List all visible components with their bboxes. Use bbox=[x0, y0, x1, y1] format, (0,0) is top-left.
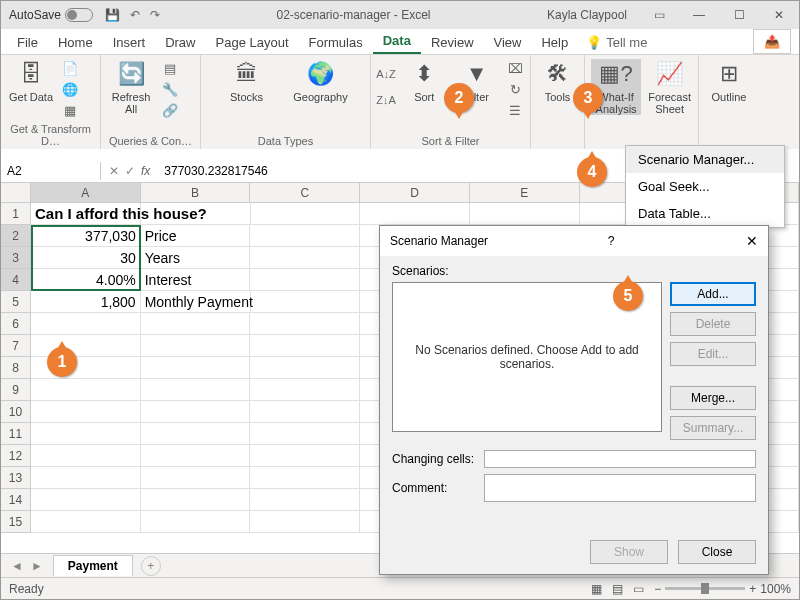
changing-cells-field bbox=[484, 450, 756, 468]
cell[interactable]: 377,030 bbox=[31, 225, 141, 247]
undo-icon[interactable]: ↶ bbox=[130, 8, 140, 22]
cell[interactable]: 4.00% bbox=[31, 269, 141, 291]
forecast-sheet-button[interactable]: 📈 Forecast Sheet bbox=[647, 59, 692, 115]
sort-button[interactable]: ⬍ Sort bbox=[401, 59, 448, 103]
zoom-out-icon[interactable]: − bbox=[654, 582, 661, 596]
cell[interactable]: Can I afford this house? bbox=[31, 203, 141, 225]
cell[interactable]: Price bbox=[141, 225, 251, 247]
edit-links-icon[interactable]: 🔗 bbox=[161, 101, 179, 119]
clear-filter-icon[interactable]: ⌧ bbox=[506, 59, 524, 77]
reapply-icon[interactable]: ↻ bbox=[506, 80, 524, 98]
col-header[interactable]: A bbox=[31, 183, 141, 202]
add-sheet-button[interactable]: + bbox=[141, 556, 161, 576]
zoom-in-icon[interactable]: + bbox=[749, 582, 756, 596]
tab-file[interactable]: File bbox=[7, 31, 48, 54]
get-data-button[interactable]: 🗄 Get Data bbox=[7, 59, 55, 103]
edit-button: Edit... bbox=[670, 342, 756, 366]
help-icon[interactable]: ? bbox=[608, 234, 615, 248]
share-button[interactable]: 📤 bbox=[753, 29, 791, 54]
properties-icon[interactable]: 🔧 bbox=[161, 80, 179, 98]
geography-button[interactable]: 🌍 Geography bbox=[285, 59, 357, 103]
col-header[interactable]: C bbox=[250, 183, 360, 202]
queries-icon[interactable]: ▤ bbox=[161, 59, 179, 77]
tab-home[interactable]: Home bbox=[48, 31, 103, 54]
tab-data[interactable]: Data bbox=[373, 29, 421, 54]
menu-scenario-manager[interactable]: Scenario Manager... bbox=[626, 146, 784, 173]
whatif-dropdown: Scenario Manager... Goal Seek... Data Ta… bbox=[625, 145, 785, 228]
close-button[interactable]: Close bbox=[678, 540, 756, 564]
from-table-icon[interactable]: ▦ bbox=[61, 101, 79, 119]
tell-me[interactable]: 💡 Tell me bbox=[578, 31, 655, 54]
next-sheet-icon[interactable]: ► bbox=[31, 559, 43, 573]
group-label: Data Types bbox=[207, 133, 364, 147]
tab-insert[interactable]: Insert bbox=[103, 31, 156, 54]
tools-icon: 🛠 bbox=[547, 59, 569, 89]
zoom-level: 100% bbox=[760, 582, 791, 596]
zoom-slider[interactable] bbox=[665, 587, 745, 590]
data-tools-button[interactable]: 🛠 Tools bbox=[537, 59, 578, 103]
enter-icon[interactable]: ✓ bbox=[125, 164, 135, 178]
close-icon[interactable]: ✕ bbox=[759, 1, 799, 29]
stocks-button[interactable]: 🏛 Stocks bbox=[215, 59, 279, 103]
advanced-icon[interactable]: ☰ bbox=[506, 101, 524, 119]
changing-cells-label: Changing cells: bbox=[392, 452, 484, 466]
delete-button: Delete bbox=[670, 312, 756, 336]
name-box[interactable]: A2 bbox=[1, 162, 101, 180]
col-header[interactable]: B bbox=[141, 183, 251, 202]
tab-draw[interactable]: Draw bbox=[155, 31, 205, 54]
sort-za-icon[interactable]: Z↓A bbox=[377, 91, 395, 109]
view-pagelayout-icon[interactable]: ▤ bbox=[612, 582, 623, 596]
show-button: Show bbox=[590, 540, 668, 564]
scenarios-label: Scenarios: bbox=[392, 264, 756, 278]
ribbon-tabs: File Home Insert Draw Page Layout Formul… bbox=[1, 29, 799, 55]
user-name: Kayla Claypool bbox=[547, 8, 627, 22]
tab-formulas[interactable]: Formulas bbox=[299, 31, 373, 54]
fx-icon[interactable]: fx bbox=[141, 164, 150, 178]
sheet-tab[interactable]: Payment bbox=[53, 555, 133, 576]
ribbon-options-icon[interactable]: ▭ bbox=[639, 1, 679, 29]
lightbulb-icon: 💡 bbox=[586, 35, 602, 50]
view-pagebreak-icon[interactable]: ▭ bbox=[633, 582, 644, 596]
select-all-corner[interactable] bbox=[1, 183, 31, 202]
callout-2: 2 bbox=[444, 83, 474, 113]
cell[interactable]: 30 bbox=[31, 247, 141, 269]
from-text-icon[interactable]: 📄 bbox=[61, 59, 79, 77]
autosave-toggle[interactable] bbox=[65, 8, 93, 22]
col-header[interactable]: E bbox=[470, 183, 580, 202]
add-button[interactable]: Add... bbox=[670, 282, 756, 306]
prev-sheet-icon[interactable]: ◄ bbox=[11, 559, 23, 573]
scenario-manager-dialog: Scenario Manager ? ✕ Scenarios: No Scena… bbox=[379, 225, 769, 575]
outline-icon: ⊞ bbox=[720, 59, 738, 89]
cancel-icon[interactable]: ✕ bbox=[109, 164, 119, 178]
sort-az-icon[interactable]: A↓Z bbox=[377, 65, 395, 83]
col-header[interactable]: D bbox=[360, 183, 470, 202]
save-icon[interactable]: 💾 bbox=[105, 8, 120, 22]
refresh-icon: 🔄 bbox=[118, 59, 145, 89]
outline-button[interactable]: ⊞ Outline bbox=[705, 59, 753, 103]
maximize-icon[interactable]: ☐ bbox=[719, 1, 759, 29]
tab-help[interactable]: Help bbox=[531, 31, 578, 54]
dialog-title: Scenario Manager bbox=[390, 234, 488, 248]
menu-goal-seek[interactable]: Goal Seek... bbox=[626, 173, 784, 200]
titlebar: AutoSave 💾 ↶ ↷ 02-scenario-manager - Exc… bbox=[1, 1, 799, 29]
status-ready: Ready bbox=[9, 582, 44, 596]
ribbon: 🗄 Get Data 📄 🌐 ▦ Get & Transform D… 🔄 Re… bbox=[1, 55, 799, 149]
minimize-icon[interactable]: — bbox=[679, 1, 719, 29]
tab-pagelayout[interactable]: Page Layout bbox=[206, 31, 299, 54]
cell[interactable]: Interest bbox=[141, 269, 251, 291]
redo-icon[interactable]: ↷ bbox=[150, 8, 160, 22]
tab-view[interactable]: View bbox=[484, 31, 532, 54]
cell[interactable]: Monthly Payment bbox=[141, 291, 251, 313]
merge-button[interactable]: Merge... bbox=[670, 386, 756, 410]
dialog-close-icon[interactable]: ✕ bbox=[746, 233, 758, 249]
refresh-all-button[interactable]: 🔄 Refresh All bbox=[107, 59, 155, 115]
view-normal-icon[interactable]: ▦ bbox=[591, 582, 602, 596]
cell[interactable]: Years bbox=[141, 247, 251, 269]
tab-review[interactable]: Review bbox=[421, 31, 484, 54]
from-web-icon[interactable]: 🌐 bbox=[61, 80, 79, 98]
menu-data-table[interactable]: Data Table... bbox=[626, 200, 784, 227]
cell[interactable]: 1,800 bbox=[31, 291, 141, 313]
sort-icon: ⬍ bbox=[415, 59, 433, 89]
whatif-icon: ▦? bbox=[599, 59, 632, 89]
callout-4: 4 bbox=[577, 157, 607, 187]
